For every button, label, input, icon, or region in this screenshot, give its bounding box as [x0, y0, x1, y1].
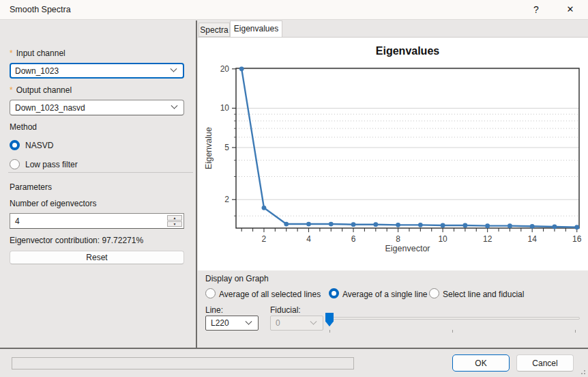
eigenvector-contribution-text: Eigenvector contribution: 97.72271% [10, 236, 143, 245]
cancel-button[interactable]: Cancel [516, 354, 574, 372]
radio-average-single-line-label: Average of a single line [342, 290, 428, 299]
output-channel-label: *Output channel [10, 85, 72, 95]
line-value: L220 [211, 318, 246, 328]
divider [8, 172, 193, 173]
input-channel-combobox[interactable]: Down_1023 [10, 63, 184, 79]
tab-eigenvalues[interactable]: Eigenvalues [230, 20, 282, 37]
slider-tick [575, 330, 576, 333]
num-eigenvectors-label: Number of eigenvectors [10, 199, 96, 208]
svg-text:5: 5 [224, 143, 229, 152]
close-icon[interactable]: ✕ [557, 0, 584, 19]
chevron-down-icon [246, 318, 252, 324]
eigenvalues-chart: 201052246810121416EigenvaluesEigenvector… [198, 38, 588, 271]
vertical-splitter [196, 20, 197, 348]
radio-average-single-line[interactable] [329, 288, 339, 298]
fiducial-combobox: 0 [270, 316, 323, 331]
svg-text:20: 20 [220, 64, 230, 74]
svg-text:16: 16 [572, 234, 582, 244]
left-panel: *Input channel Down_1023 *Output channel… [0, 20, 196, 348]
tab-bar: Spectra Eigenvalues [198, 20, 588, 37]
ok-button[interactable]: OK [452, 354, 510, 372]
spin-down-icon[interactable]: ▼ [167, 221, 182, 227]
window-title: Smooth Spectra [10, 5, 71, 14]
fiducial-label: Fiducial: [270, 305, 301, 315]
parameters-label: Parameters [10, 182, 52, 192]
svg-text:Eigenvalues: Eigenvalues [376, 45, 439, 57]
svg-text:8: 8 [396, 234, 400, 244]
svg-text:4: 4 [306, 234, 311, 244]
display-on-graph-section: Display on Graph Average of all selected… [198, 270, 588, 348]
svg-text:12: 12 [483, 234, 493, 244]
output-channel-combobox[interactable]: Down_1023_nasvd [10, 100, 184, 115]
line-combobox[interactable]: L220 [205, 316, 259, 331]
chart-page: 201052246810121416EigenvaluesEigenvector… [198, 37, 588, 270]
chevron-down-icon [310, 318, 317, 324]
reset-button[interactable]: Reset [10, 251, 184, 264]
display-on-graph-label: Display on Graph [205, 274, 269, 283]
radio-select-line-fiducial[interactable] [429, 288, 439, 298]
chevron-down-icon [171, 66, 177, 72]
resize-grip[interactable] [578, 367, 585, 374]
radio-average-all-lines-label: Average of all selected lines [219, 290, 321, 299]
svg-text:2: 2 [224, 195, 229, 204]
method-label: Method [10, 122, 37, 132]
svg-text:14: 14 [528, 234, 538, 244]
radio-select-line-fiducial-label: Select line and fiducial [443, 290, 524, 299]
titlebar: Smooth Spectra ? ✕ [0, 0, 588, 20]
input-channel-label: *Input channel [10, 48, 65, 58]
smooth-spectra-dialog: Smooth Spectra ? ✕ *Input channel Down_1… [0, 0, 588, 377]
svg-text:Eigenvalue: Eigenvalue [204, 127, 214, 169]
progress-bar [12, 357, 354, 369]
required-marker-icon: * [10, 85, 13, 95]
num-eigenvectors-value: 4 [15, 217, 20, 226]
help-icon[interactable]: ? [523, 0, 550, 19]
input-channel-value: Down_1023 [15, 66, 171, 76]
svg-text:10: 10 [220, 103, 230, 113]
radio-nasvd-label: NASVD [25, 141, 53, 150]
fiducial-slider-thumb[interactable] [325, 313, 334, 326]
svg-text:2: 2 [262, 234, 267, 244]
chevron-down-icon [171, 102, 178, 109]
svg-text:6: 6 [351, 234, 356, 244]
svg-text:10: 10 [438, 234, 447, 244]
line-label: Line: [205, 305, 223, 315]
svg-text:Eigenvector: Eigenvector [385, 244, 430, 253]
slider-tick [452, 330, 453, 333]
required-marker-icon: * [10, 48, 13, 58]
fiducial-value: 0 [276, 318, 311, 328]
footer: OK Cancel [0, 349, 588, 377]
radio-low-pass-filter-label: Low pass filter [25, 160, 78, 169]
tab-spectra[interactable]: Spectra [199, 23, 230, 37]
radio-average-all-lines[interactable] [205, 288, 216, 298]
output-channel-value: Down_1023_nasvd [15, 103, 172, 113]
fiducial-slider-track[interactable] [329, 317, 580, 320]
slider-tick [329, 330, 330, 333]
radio-low-pass-filter[interactable] [10, 159, 20, 169]
radio-nasvd[interactable] [10, 140, 20, 150]
spin-up-icon[interactable]: ▲ [167, 215, 182, 221]
num-eigenvectors-input[interactable]: 4 ▲ ▼ [10, 213, 184, 229]
